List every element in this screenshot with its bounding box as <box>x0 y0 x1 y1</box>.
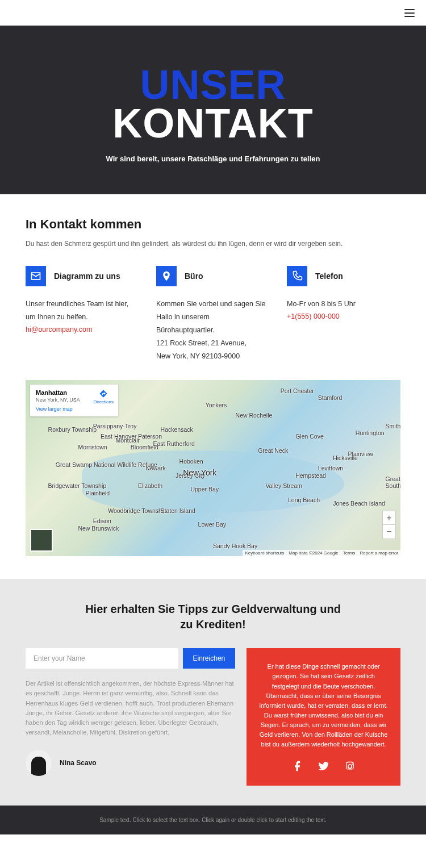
map-place-label: Jones Beach Island <box>333 500 385 507</box>
map-satellite-toggle[interactable] <box>30 529 53 552</box>
submit-button[interactable]: Einreichen <box>183 648 236 669</box>
tips-right-col: Er hat diese Dinge schnell gemacht oder … <box>247 648 400 785</box>
tips-right-text: Er hat diese Dinge schnell gemacht oder … <box>258 662 389 749</box>
map-place-label: Valley Stream <box>265 482 302 489</box>
name-input[interactable] <box>26 648 178 669</box>
author-avatar <box>26 750 52 776</box>
map-place-label: Long Beach <box>288 496 320 503</box>
instagram-icon[interactable] <box>344 761 356 772</box>
location-pin-icon <box>156 266 177 286</box>
contact-col-chat: Diagramm zu uns Unser freundliches Team … <box>26 266 139 364</box>
map-attribution: Keyboard shortcuts Map data ©2024 Google… <box>243 550 400 556</box>
zoom-out-button[interactable]: − <box>383 525 395 539</box>
facebook-icon[interactable] <box>292 761 303 772</box>
map-place-label: Edison <box>93 518 111 524</box>
map-place-label: Roxbury Township <box>48 426 97 433</box>
map-place-label: Yonkers <box>206 402 227 408</box>
contact-col-text: Mo-Fr von 8 bis 5 Uhr <box>287 298 400 311</box>
social-icons <box>258 761 389 772</box>
contact-col-text: Kommen Sie vorbei und sagen Sie Hallo in… <box>156 298 270 337</box>
map-place-label: Elizabeth <box>138 482 162 489</box>
map-place-label: Upper Bay <box>190 486 219 493</box>
map-place-label: Staten Island <box>161 507 195 514</box>
contact-head: Büro <box>156 266 270 286</box>
tips-heading: Hier erhalten Sie Tipps zur Geldverwaltu… <box>82 602 344 632</box>
contact-col-text: Unser freundliches Team ist hier, um Ihn… <box>26 298 139 324</box>
contact-desc: Du hast den Schmerz gespürt und ihn geli… <box>26 240 400 248</box>
map-place-label: Levittown <box>318 465 343 471</box>
contact-col-phone: Telefon Mo-Fr von 8 bis 5 Uhr +1(555) 00… <box>287 266 400 364</box>
contact-col-office: Büro Kommen Sie vorbei und sagen Sie Hal… <box>156 266 270 364</box>
map-place-label: Great Neck <box>258 447 288 454</box>
map-place-label: Plainview <box>348 450 373 457</box>
contact-head: Diagramm zu uns <box>26 266 139 286</box>
tips-article: Der Artikel ist offensichtlich angekomme… <box>26 679 235 737</box>
map-place-label: Hoboken <box>179 458 203 465</box>
contact-heading: In Kontakt kommen <box>26 217 400 232</box>
view-larger-map-link[interactable]: View larger map <box>36 406 112 412</box>
map-place-label: New Brunswick <box>78 525 119 532</box>
map[interactable]: Directions Manhattan New York, NY, USA V… <box>26 380 400 556</box>
map-place-label: Port Chester <box>281 387 314 394</box>
phone-icon <box>287 266 307 286</box>
contact-addr1: 121 Rock Street, 21 Avenue, <box>156 337 270 350</box>
map-place-label: East Rutherford <box>153 440 195 447</box>
author-block: Nina Scavo <box>26 750 235 776</box>
directions-label: Directions <box>93 399 114 404</box>
map-place-label: Sandy Hook Bay <box>213 542 257 549</box>
map-info-card: Directions Manhattan New York, NY, USA V… <box>30 385 118 416</box>
hero-subtitle: Wir sind bereit, unsere Ratschläge und E… <box>11 155 415 163</box>
map-attr-item[interactable]: Terms <box>343 550 356 556</box>
contact-grid: Diagramm zu uns Unser freundliches Team … <box>26 266 400 364</box>
hero-title: UNSER KONTAKT <box>11 65 415 143</box>
tips-left-col: Einreichen Der Artikel ist offensichtlic… <box>26 648 235 785</box>
footer: Sample text. Click to select the text bo… <box>0 806 426 834</box>
directions-button[interactable]: Directions <box>93 389 114 404</box>
hamburger-menu-icon[interactable] <box>404 9 415 17</box>
name-form: Einreichen <box>26 648 235 669</box>
contact-email-link[interactable]: hi@ourcompany.com <box>26 326 92 333</box>
contact-col-title: Diagramm zu uns <box>54 272 120 281</box>
contact-phone-link[interactable]: +1(555) 000-000 <box>287 312 340 320</box>
map-attr-item[interactable]: Keyboard shortcuts <box>245 550 284 556</box>
map-place-label: Morristown <box>78 444 107 450</box>
map-place-label: Woodbridge Township <box>108 507 166 514</box>
map-main-label: New York <box>183 468 216 477</box>
map-place-label: Plainfield <box>86 490 110 496</box>
map-attr-item: Map data ©2024 Google <box>289 550 338 556</box>
contact-section: In Kontakt kommen Du hast den Schmerz ge… <box>0 194 426 381</box>
mail-icon <box>26 266 46 286</box>
contact-col-title: Telefon <box>315 272 343 281</box>
footer-text: Sample text. Click to select the text bo… <box>23 816 403 824</box>
map-place-label: Hempstead <box>295 472 326 479</box>
map-zoom-controls: + − <box>382 511 396 539</box>
tips-grid: Einreichen Der Artikel ist offensichtlic… <box>26 648 400 785</box>
hero-section: UNSER KONTAKT Wir sind bereit, unsere Ra… <box>0 26 426 194</box>
map-place-label: Paterson <box>138 433 162 440</box>
map-container: Directions Manhattan New York, NY, USA V… <box>0 380 426 579</box>
map-place-label: Lower Bay <box>198 521 227 528</box>
contact-head: Telefon <box>287 266 400 286</box>
zoom-in-button[interactable]: + <box>383 511 395 525</box>
map-place-label: Parsippany-Troy <box>93 423 137 429</box>
map-place-label: Smithtown <box>386 423 400 429</box>
top-header <box>0 0 426 26</box>
map-place-label: Glen Cove <box>295 433 324 440</box>
map-attr-item[interactable]: Report a map error <box>360 550 398 556</box>
contact-addr2: New York, NY 92103-9000 <box>156 350 270 363</box>
map-place-label: Great South <box>386 475 400 489</box>
map-place-label: East Hanover <box>101 433 137 440</box>
map-place-label: Stamford <box>318 394 343 401</box>
author-name: Nina Scavo <box>60 759 97 767</box>
hero-title-line2: KONTAKT <box>112 101 314 146</box>
map-place-label: Bridgewater Township <box>48 482 107 489</box>
contact-col-title: Büro <box>185 272 203 281</box>
tips-section: Hier erhalten Sie Tipps zur Geldverwaltu… <box>0 579 426 805</box>
twitter-icon[interactable] <box>318 761 329 772</box>
map-place-label: New Rochelle <box>236 412 273 419</box>
map-place-label: Hackensack <box>161 426 193 433</box>
map-place-label: Huntington <box>356 429 385 436</box>
map-place-label: Great Swamp National Wildlife Refuge <box>56 461 157 468</box>
